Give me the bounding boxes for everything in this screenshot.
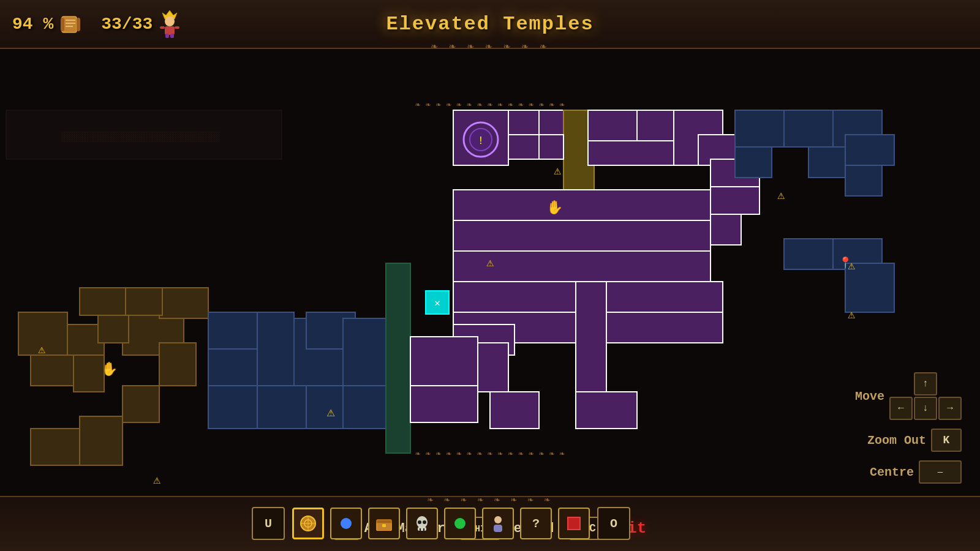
svg-rect-51	[508, 135, 539, 159]
svg-rect-57	[453, 190, 710, 220]
svg-rect-34	[306, 312, 355, 349]
hud-water-btn[interactable]	[330, 508, 362, 539]
svg-rect-71	[410, 337, 478, 386]
level-title: Elevated Temples	[386, 13, 594, 36]
svg-point-42	[464, 122, 498, 157]
hud-skull-btn[interactable]	[406, 508, 438, 539]
svg-rect-14	[18, 312, 67, 355]
hud-person-btn[interactable]	[482, 508, 514, 539]
bottom-ornament: ❧ ❧ ❧ ❧ ❧ ❧ ❧ ❧	[428, 493, 552, 506]
svg-rect-77	[833, 110, 882, 147]
hud-quest-btn[interactable]: ?	[520, 508, 552, 539]
svg-rect-12	[170, 34, 174, 38]
hud-u-btn[interactable]: U	[252, 507, 285, 540]
unit-count: 33/33	[101, 15, 153, 34]
move-label: Move	[855, 389, 884, 403]
zoom-out-btn[interactable]: K	[931, 429, 962, 452]
svg-text:░░░░░░░░░░░░░░░░░░░░░░░░░░░: ░░░░░░░░░░░░░░░░░░░░░░░░░░░	[61, 131, 220, 143]
svg-rect-21	[123, 312, 184, 355]
svg-text:❧ ❧ ❧ ❧ ❧ ❧ ❧ ❧ ❧ ❧ ❧ ❧ ❧ ❧ ❧: ❧ ❧ ❧ ❧ ❧ ❧ ❧ ❧ ❧ ❧ ❧ ❧ ❧ ❧ ❧	[415, 449, 565, 459]
map-area: ⚠ ✕ ! ⚠ ✋ ⚠	[0, 49, 980, 551]
svg-point-7	[165, 17, 175, 26]
centre-btn[interactable]: —	[919, 460, 962, 484]
svg-rect-2	[77, 18, 80, 31]
svg-rect-81	[845, 135, 894, 165]
svg-rect-22	[98, 312, 129, 343]
svg-rect-75	[735, 110, 784, 147]
svg-rect-83	[784, 239, 833, 269]
svg-rect-10	[175, 26, 179, 29]
svg-rect-63	[710, 159, 760, 187]
unit-stat: 33/33	[101, 12, 182, 36]
svg-text:⚠: ⚠	[777, 189, 785, 203]
svg-text:✋: ✋	[101, 361, 118, 378]
svg-text:⚠: ⚠	[326, 405, 334, 421]
svg-rect-60	[453, 251, 710, 282]
svg-rect-18	[31, 429, 80, 465]
svg-text:📍: 📍	[839, 256, 853, 269]
hud-green-btn[interactable]	[444, 508, 476, 539]
svg-point-106	[423, 520, 426, 524]
top-bar: 94 % 33/33	[0, 0, 980, 49]
svg-rect-50	[686, 110, 723, 141]
svg-text:⚠: ⚠	[600, 301, 607, 315]
svg-rect-26	[80, 288, 126, 315]
svg-rect-49	[637, 110, 686, 141]
top-left-stats: 94 % 33/33	[12, 12, 182, 36]
hud-o-btn[interactable]: O	[597, 507, 630, 540]
svg-rect-30	[294, 318, 343, 386]
svg-rect-101	[377, 520, 391, 523]
svg-point-109	[494, 516, 502, 523]
svg-rect-85	[845, 263, 894, 312]
move-left-btn[interactable]: ←	[889, 397, 913, 420]
svg-rect-69	[459, 343, 508, 392]
svg-rect-64	[710, 214, 741, 245]
svg-rect-23	[159, 343, 196, 386]
svg-text:!: !	[478, 135, 484, 147]
svg-rect-9	[160, 26, 165, 29]
svg-rect-28	[208, 349, 257, 386]
svg-rect-70	[490, 392, 539, 429]
svg-rect-45	[508, 110, 539, 135]
svg-rect-11	[165, 34, 169, 38]
svg-rect-79	[809, 147, 858, 178]
completion-stat: 94 %	[12, 12, 83, 36]
svg-rect-66	[453, 312, 723, 343]
svg-rect-52	[539, 135, 564, 159]
svg-rect-53	[588, 141, 698, 165]
hud-map-btn[interactable]	[292, 508, 324, 539]
svg-rect-78	[735, 147, 772, 178]
svg-point-43	[470, 129, 492, 151]
svg-rect-38	[386, 263, 410, 453]
svg-rect-59	[453, 220, 710, 251]
character-icon	[157, 12, 182, 36]
svg-rect-67	[453, 324, 514, 355]
bottom-bar: ❧ ❧ ❧ ❧ ❧ ❧ ❧ ❧ ↵ Add Marker ⇧SHIFT Lege…	[0, 496, 980, 551]
svg-rect-13	[0, 49, 980, 551]
scroll-icon	[58, 12, 83, 36]
svg-rect-29	[257, 312, 294, 386]
svg-rect-15	[67, 324, 104, 355]
svg-rect-82	[845, 165, 882, 196]
move-row: Move ↑ ← ↓ →	[855, 372, 962, 420]
nav-controls: Move ↑ ← ↓ → Zoom Out K Centre —	[855, 372, 962, 484]
svg-rect-92	[6, 110, 282, 159]
svg-text:⚠: ⚠	[848, 308, 855, 322]
svg-rect-36	[343, 386, 392, 429]
svg-text:⚠: ⚠	[554, 164, 561, 178]
svg-text:✕: ✕	[434, 298, 440, 309]
move-right-btn[interactable]: →	[938, 397, 962, 420]
hud-chest-btn[interactable]	[368, 508, 400, 539]
svg-rect-33	[306, 386, 355, 429]
centre-label: Centre	[870, 465, 914, 479]
move-down-btn[interactable]: ↓	[914, 397, 937, 420]
zoom-row: Zoom Out K	[855, 429, 962, 452]
hud-red-btn[interactable]	[558, 508, 590, 539]
svg-text:⚠: ⚠	[848, 259, 855, 273]
svg-text:⚠: ⚠	[486, 256, 494, 270]
move-up-btn[interactable]: ↑	[914, 372, 937, 395]
ornament-divider: ❧ ❧ ❧ ❧ ❧ ❧ ❧	[431, 39, 549, 53]
svg-text:✋: ✋	[546, 199, 564, 216]
svg-rect-17	[74, 355, 104, 392]
completion-percent: 94 %	[12, 15, 53, 34]
